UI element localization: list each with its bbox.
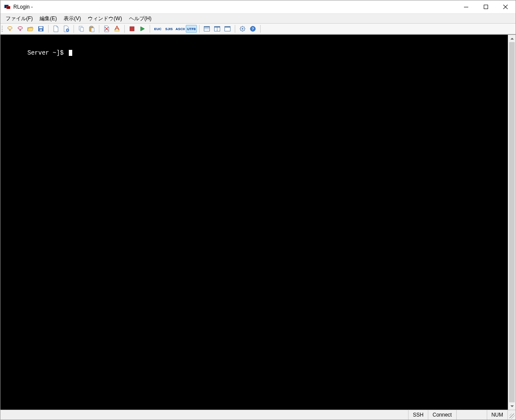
font-color-button[interactable] bbox=[112, 24, 122, 34]
scroll-thumb[interactable] bbox=[509, 42, 515, 402]
svg-point-4 bbox=[8, 27, 12, 29]
encoding-ascii[interactable]: ASCII bbox=[175, 25, 186, 33]
svg-rect-3 bbox=[7, 6, 10, 9]
maximize-button[interactable] bbox=[476, 0, 496, 13]
clear-log-button[interactable] bbox=[101, 24, 112, 34]
app-icon bbox=[4, 3, 11, 10]
svg-line-33 bbox=[244, 27, 244, 27]
status-bar: SSH Connect NUM bbox=[0, 410, 516, 420]
copy-button[interactable] bbox=[76, 24, 86, 34]
stop-button[interactable] bbox=[127, 24, 137, 34]
split-vertical-button[interactable] bbox=[212, 24, 222, 34]
svg-line-32 bbox=[244, 30, 244, 31]
paste-button[interactable] bbox=[86, 24, 97, 34]
svg-rect-11 bbox=[80, 28, 83, 31]
scroll-up-button[interactable] bbox=[508, 35, 516, 42]
svg-rect-24 bbox=[225, 27, 230, 28]
open-button[interactable] bbox=[25, 24, 36, 34]
svg-point-26 bbox=[242, 28, 243, 30]
svg-line-31 bbox=[240, 27, 241, 27]
menu-file[interactable]: ファイル(F) bbox=[2, 14, 36, 23]
status-caps bbox=[457, 410, 487, 420]
svg-rect-18 bbox=[204, 27, 210, 28]
minimize-button[interactable] bbox=[456, 0, 476, 13]
svg-rect-14 bbox=[91, 28, 94, 32]
app-window: RLogin - ファイル(F) 編集(E) 表示(V) ウィンドウ(W) ヘル… bbox=[0, 0, 516, 420]
properties-button[interactable] bbox=[61, 24, 71, 34]
split-horizontal-button[interactable] bbox=[202, 24, 212, 34]
menu-edit[interactable]: 編集(E) bbox=[36, 14, 60, 23]
window-title: RLogin - bbox=[13, 4, 33, 10]
svg-line-34 bbox=[240, 30, 241, 31]
help-button[interactable]: ? bbox=[248, 24, 258, 34]
terminal-cursor bbox=[69, 50, 72, 56]
terminal-pane[interactable]: Server ~]$ bbox=[0, 35, 508, 410]
toolbar: EUC SJIS ASCII UTF8 ? bbox=[0, 24, 516, 34]
title-bar: RLogin - bbox=[0, 0, 516, 14]
svg-rect-7 bbox=[39, 27, 43, 28]
scroll-track[interactable] bbox=[508, 42, 516, 402]
svg-rect-15 bbox=[114, 31, 120, 31]
encoding-sjis[interactable]: SJIS bbox=[163, 25, 175, 33]
scroll-down-button[interactable] bbox=[508, 402, 516, 410]
status-numlock: NUM bbox=[487, 410, 508, 420]
menu-view[interactable]: 表示(V) bbox=[60, 14, 84, 23]
svg-text:?: ? bbox=[252, 27, 254, 31]
toolbar-grip[interactable] bbox=[1, 25, 3, 33]
svg-rect-21 bbox=[215, 27, 220, 28]
encoding-utf8[interactable]: UTF8 bbox=[186, 25, 197, 33]
save-button[interactable] bbox=[36, 24, 46, 34]
play-button[interactable] bbox=[137, 24, 147, 34]
single-pane-button[interactable] bbox=[222, 24, 233, 34]
disconnect-button[interactable] bbox=[15, 24, 25, 34]
svg-rect-8 bbox=[40, 29, 42, 31]
svg-point-5 bbox=[18, 27, 22, 29]
status-protocol: SSH bbox=[408, 410, 428, 420]
vertical-scrollbar[interactable] bbox=[508, 35, 516, 410]
close-button[interactable] bbox=[496, 0, 516, 13]
menu-window[interactable]: ウィンドウ(W) bbox=[84, 14, 125, 23]
resize-grip[interactable] bbox=[508, 410, 516, 420]
settings-button[interactable] bbox=[237, 24, 248, 34]
encoding-euc[interactable]: EUC bbox=[152, 25, 163, 33]
svg-rect-13 bbox=[90, 26, 92, 28]
svg-rect-16 bbox=[130, 27, 134, 31]
status-connection: Connect bbox=[428, 410, 457, 420]
connect-button[interactable] bbox=[5, 24, 15, 34]
menu-bar: ファイル(F) 編集(E) 表示(V) ウィンドウ(W) ヘルプ(H) bbox=[0, 14, 516, 24]
terminal-prompt: Server ~]$ bbox=[2, 49, 67, 56]
menu-help[interactable]: ヘルプ(H) bbox=[126, 14, 155, 23]
status-message bbox=[0, 410, 408, 420]
client-area: Server ~]$ bbox=[0, 34, 516, 410]
new-document-button[interactable] bbox=[51, 24, 61, 34]
